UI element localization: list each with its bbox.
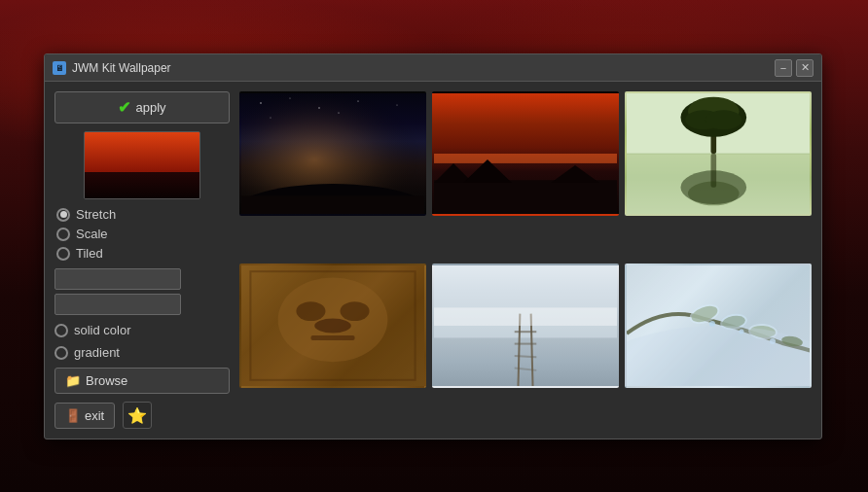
wp2-svg [434,93,617,214]
window-title: JWM Kit Wallpaper [72,61,171,75]
svg-marker-15 [551,165,599,183]
color-input-2[interactable] [54,294,181,315]
bottom-buttons: 🚪 exit ⭐ [54,402,230,429]
gradient-row: gradient [54,345,230,360]
svg-point-24 [705,110,742,129]
svg-rect-37 [434,265,617,337]
color-input-1[interactable] [54,268,181,290]
stretch-radio-circle [56,208,70,222]
star-icon: ⭐ [127,406,147,425]
svg-rect-12 [434,180,617,214]
svg-rect-11 [434,154,617,163]
svg-point-1 [260,102,261,103]
browse-button[interactable]: 📁 Browse [54,368,230,394]
solid-color-label: solid color [74,323,131,337]
stretch-label: Stretch [76,207,116,222]
display-mode-group: Stretch Scale Tiled [54,207,230,261]
svg-rect-47 [434,307,617,326]
left-panel: ✔ apply Stretch Scale Tiled [54,91,230,429]
browse-label: Browse [86,373,127,388]
exit-icon: 🚪 [65,408,81,423]
svg-rect-10 [241,195,424,214]
stretch-radio[interactable]: Stretch [56,207,230,222]
main-window: 🖥 JWM Kit Wallpaper − ✕ ✔ apply Stretch [44,53,822,439]
wallpaper-item-3[interactable] [625,91,812,216]
checkmark-icon: ✔ [118,98,130,117]
wallpaper-item-5[interactable] [432,264,619,388]
scale-radio-circle [56,228,70,241]
svg-point-5 [396,104,397,105]
svg-point-59 [627,326,810,386]
wp4-svg [241,265,424,386]
wp3-svg [627,93,810,214]
svg-point-7 [271,118,271,119]
svg-point-3 [318,107,319,108]
tiled-radio-circle [56,247,70,261]
gradient-label: gradient [74,345,120,360]
apply-label: apply [135,100,165,115]
titlebar-buttons: − ✕ [775,59,814,77]
minimize-button[interactable]: − [775,59,792,77]
solid-color-row: solid color [54,323,230,337]
svg-point-32 [314,318,351,333]
svg-point-8 [338,112,339,113]
gradient-radio[interactable] [54,346,68,360]
svg-point-4 [358,101,359,102]
titlebar: 🖥 JWM Kit Wallpaper − ✕ [45,54,821,82]
tiled-radio[interactable]: Tiled [56,246,230,261]
wallpaper-item-1[interactable] [239,91,426,216]
solid-color-radio[interactable] [54,324,68,337]
apply-button[interactable]: ✔ apply [54,91,230,123]
svg-point-30 [296,301,325,321]
wallpaper-item-6[interactable] [625,264,812,388]
color-inputs [54,268,230,315]
wp5-svg [434,265,617,386]
scale-radio[interactable]: Scale [56,227,230,241]
preview-thumbnail [84,131,200,199]
wp6-svg [627,265,810,386]
wallpaper-item-4[interactable] [239,264,426,388]
wallpaper-item-2[interactable] [432,91,619,216]
svg-point-27 [688,182,740,206]
browse-icon: 📁 [65,373,81,388]
svg-point-2 [290,98,291,99]
svg-rect-33 [310,334,354,339]
tiled-label: Tiled [76,246,103,261]
scale-label: Scale [76,227,108,241]
exit-label: exit [85,408,104,423]
window-icon: 🖥 [53,61,66,75]
wallpaper-grid [239,91,812,429]
titlebar-left: 🖥 JWM Kit Wallpaper [53,61,171,75]
wp1-svg [241,93,424,214]
content-area: ✔ apply Stretch Scale Tiled [45,82,821,439]
svg-line-45 [515,356,537,357]
close-button[interactable]: ✕ [796,59,814,77]
svg-point-31 [341,301,370,321]
exit-button[interactable]: 🚪 exit [54,403,115,429]
star-button[interactable]: ⭐ [123,402,152,429]
